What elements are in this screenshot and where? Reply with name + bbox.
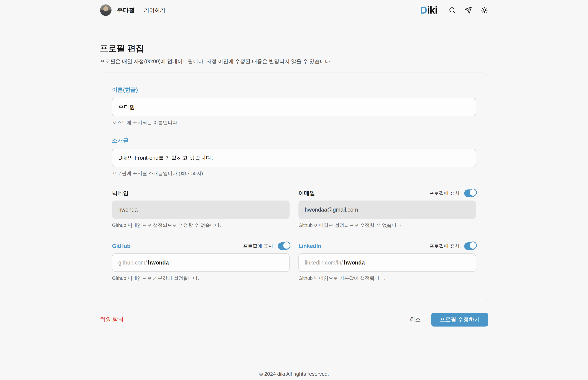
withdraw-membership-link[interactable]: 회원 탈퇴 (100, 316, 124, 323)
linkedin-show-on-profile-label: 프로필에 표시 (429, 243, 460, 249)
header: 주다훤 기여하기 Diki (100, 0, 488, 20)
linkedin-visibility-toggle[interactable] (464, 242, 476, 250)
profile-edit-card: 이름(한글) 포스트에 표시되는 이름입니다. 소개글 프로필에 표시될 소개글… (100, 73, 488, 302)
github-input[interactable]: github.com/hwonda (112, 253, 289, 272)
nickname-helper: Github 닉네임으로 설정되므로 수정할 수 없습니다. (112, 222, 289, 228)
github-helper: Github 닉네임으로 기본값이 설정됩니다. (112, 275, 289, 282)
logo-rest: iki (427, 5, 437, 16)
cancel-button[interactable]: 취소 (410, 316, 421, 323)
github-url-prefix: github.com/ (118, 260, 147, 266)
name-input[interactable] (112, 98, 476, 116)
logo-first-letter: D (420, 5, 427, 16)
diki-logo[interactable]: Diki (420, 4, 437, 16)
github-visibility-toggle[interactable] (278, 242, 289, 250)
toggle-knob (283, 242, 290, 249)
toggle-knob (469, 242, 477, 249)
linkedin-username: hwonda (344, 260, 365, 266)
linkedin-field-group: LinkedIn 프로필에 표시 linkedin.com/in/hwonda … (299, 242, 476, 282)
footer-copyright: © 2024 diki All rights reserved. (100, 371, 488, 377)
name-label: 이름(한글) (112, 86, 476, 94)
send-icon[interactable] (465, 6, 472, 14)
intro-input[interactable] (112, 149, 476, 167)
linkedin-label: LinkedIn (299, 243, 321, 249)
toggle-knob (469, 189, 477, 196)
nickname-label: 닉네임 (112, 190, 129, 197)
sun-icon[interactable] (481, 6, 488, 14)
submit-profile-button[interactable]: 프로필 수정하기 (431, 313, 488, 326)
user-name[interactable]: 주다훤 (117, 6, 135, 14)
intro-helper: 프로필에 표시될 소개글입니다.(최대 50자) (112, 170, 476, 177)
github-username: hwonda (148, 260, 169, 266)
nickname-field-group: 닉네임 Github 닉네임으로 설정되므로 수정할 수 없습니다. (112, 190, 289, 228)
email-visibility-toggle[interactable] (464, 190, 476, 197)
linkedin-input[interactable]: linkedin.com/in/hwonda (299, 253, 476, 272)
user-avatar[interactable] (100, 4, 112, 16)
email-helper: Github 이메일로 설정되므로 수정할 수 없습니다. (299, 222, 476, 228)
email-field-group: 이메일 프로필에 표시 Github 이메일로 설정되므로 수정할 수 없습니다… (299, 190, 476, 228)
name-field-group: 이름(한글) 포스트에 표시되는 이름입니다. (112, 86, 476, 126)
name-helper: 포스트에 표시되는 이름입니다. (112, 119, 476, 126)
nickname-input (112, 201, 289, 219)
intro-field-group: 소개글 프로필에 표시될 소개글입니다.(최대 50자) (112, 137, 476, 177)
github-field-group: GitHub 프로필에 표시 github.com/hwonda Github … (112, 242, 289, 282)
search-icon[interactable] (448, 6, 456, 14)
page-title: 프로필 편집 (100, 43, 488, 54)
page-subtitle: 프로필은 매일 자정(00:00)에 업데이트됩니다. 자정 이전에 수정된 내… (100, 58, 488, 65)
github-show-on-profile-label: 프로필에 표시 (243, 243, 273, 249)
linkedin-url-prefix: linkedin.com/in/ (305, 260, 343, 266)
actions-row: 회원 탈퇴 취소 프로필 수정하기 (100, 313, 488, 326)
github-label: GitHub (112, 243, 130, 249)
contribute-link[interactable]: 기여하기 (144, 7, 165, 14)
email-label: 이메일 (299, 190, 315, 197)
intro-label: 소개글 (112, 137, 476, 144)
email-input (299, 201, 476, 219)
linkedin-helper: Github 닉네임으로 기본값이 설정됩니다. (299, 275, 476, 282)
email-show-on-profile-label: 프로필에 표시 (429, 190, 460, 196)
